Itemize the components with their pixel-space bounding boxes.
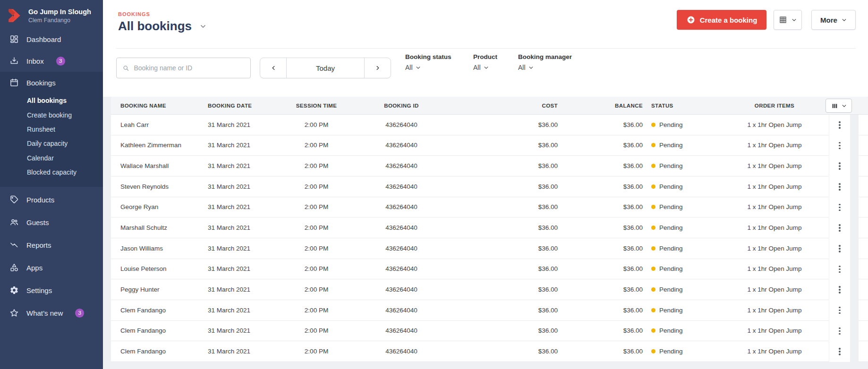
sidebar-item-dashboard[interactable]: Dashboard bbox=[0, 28, 103, 50]
cell-status: Pending bbox=[644, 162, 720, 169]
columns-icon bbox=[831, 102, 838, 109]
sidebar-item-guests[interactable]: Guests bbox=[0, 211, 103, 234]
sidebar-subitem-all-bookings[interactable]: All bookings bbox=[0, 93, 103, 108]
booking-manager-filter[interactable]: All bbox=[518, 64, 572, 71]
sidebar-item-settings[interactable]: Settings bbox=[0, 279, 103, 302]
cell-order-items: 1 x 1hr Open Jump bbox=[720, 121, 829, 128]
cell-booking-date: 31 March 2021 bbox=[208, 224, 288, 231]
brand[interactable]: Go Jump In Slough Clem Fandango bbox=[0, 0, 103, 28]
cell-status: Pending bbox=[644, 142, 720, 149]
row-actions-kebab-icon[interactable] bbox=[836, 201, 843, 214]
sidebar-item-label: Dashboard bbox=[26, 35, 61, 43]
row-actions-kebab-icon[interactable] bbox=[836, 159, 843, 173]
cell-order-items: 1 x 1hr Open Jump bbox=[720, 183, 829, 190]
sidebar-item-apps[interactable]: Apps bbox=[0, 256, 103, 279]
apps-icon bbox=[9, 263, 19, 272]
cell-booking-date: 31 March 2021 bbox=[208, 203, 288, 210]
sidebar-item-products[interactable]: Products bbox=[0, 188, 103, 211]
table-row[interactable]: Marshall Schultz 31 March 2021 2:00 PM 4… bbox=[111, 218, 850, 238]
table-row[interactable]: Peggy Hunter 31 March 2021 2:00 PM 43626… bbox=[111, 279, 850, 300]
create-booking-button[interactable]: Create a booking bbox=[677, 10, 766, 30]
table-row[interactable]: Jason Williams 31 March 2021 2:00 PM 436… bbox=[111, 238, 850, 259]
whats-new-badge: 3 bbox=[75, 309, 84, 318]
cell-cost: $36.00 bbox=[458, 121, 559, 128]
view-grid-button[interactable] bbox=[774, 10, 802, 30]
sidebar-item-reports[interactable]: Reports bbox=[0, 234, 103, 256]
next-day-button[interactable] bbox=[364, 58, 391, 78]
table-row[interactable]: Louise Peterson 31 March 2021 2:00 PM 43… bbox=[111, 259, 850, 280]
row-actions-kebab-icon[interactable] bbox=[836, 180, 843, 193]
inbox-icon bbox=[9, 56, 19, 66]
sidebar-item-inbox[interactable]: Inbox 3 bbox=[0, 50, 103, 72]
cell-session-time: 2:00 PM bbox=[288, 183, 345, 190]
product-filter-label: Product bbox=[473, 53, 497, 60]
search-input[interactable] bbox=[134, 64, 245, 72]
table-row[interactable]: Clem Fandango 31 March 2021 2:00 PM 4362… bbox=[111, 321, 850, 342]
booking-status-filter[interactable]: All bbox=[405, 64, 451, 71]
cell-booking-date: 31 March 2021 bbox=[208, 183, 288, 190]
cell-booking-date: 31 March 2021 bbox=[208, 121, 288, 128]
more-label: More bbox=[820, 16, 837, 24]
cell-balance: $36.00 bbox=[559, 348, 644, 355]
cell-status: Pending bbox=[644, 183, 720, 190]
plus-circle-icon bbox=[686, 15, 696, 25]
table-row[interactable]: Clem Fandango 31 March 2021 2:00 PM 4362… bbox=[111, 341, 850, 362]
chevron-down-icon bbox=[528, 65, 534, 70]
status-badge: Pending bbox=[659, 203, 683, 210]
sidebar-subitem-blocked-capacity[interactable]: Blocked capacity bbox=[0, 165, 103, 179]
table-row[interactable]: Wallace Marshall 31 March 2021 2:00 PM 4… bbox=[111, 156, 850, 176]
status-badge: Pending bbox=[659, 327, 683, 334]
cell-order-items: 1 x 1hr Open Jump bbox=[720, 348, 829, 355]
cell-balance: $36.00 bbox=[559, 121, 644, 128]
sidebar-subitem-calendar[interactable]: Calendar bbox=[0, 151, 103, 165]
sidebar-item-label: Apps bbox=[26, 264, 43, 272]
dashboard-icon bbox=[9, 34, 19, 44]
star-icon bbox=[9, 308, 19, 318]
sidebar-item-label: Guests bbox=[26, 218, 49, 226]
prev-day-button[interactable] bbox=[260, 58, 287, 78]
sidebar-item-label: Settings bbox=[26, 286, 52, 294]
row-actions-kebab-icon[interactable] bbox=[836, 221, 843, 235]
cell-balance: $36.00 bbox=[559, 286, 644, 293]
cell-booking-id: 436264040 bbox=[345, 286, 458, 293]
sidebar-subitem-daily-capacity[interactable]: Daily capacity bbox=[0, 136, 103, 151]
more-button[interactable]: More bbox=[811, 10, 856, 30]
product-filter[interactable]: All bbox=[473, 64, 497, 71]
cell-balance: $36.00 bbox=[559, 224, 644, 231]
row-actions-kebab-icon[interactable] bbox=[836, 345, 843, 358]
sidebar-subitem-create-booking[interactable]: Create booking bbox=[0, 108, 103, 122]
column-header-cost: Cost bbox=[458, 103, 559, 109]
title-chevron-down-icon[interactable] bbox=[199, 23, 207, 30]
status-dot bbox=[651, 267, 655, 271]
table-row[interactable]: Clem Fandango 31 March 2021 2:00 PM 4362… bbox=[111, 300, 850, 321]
table-row[interactable]: Kathleen Zimmerman 31 March 2021 2:00 PM… bbox=[111, 135, 850, 156]
row-actions-kebab-icon[interactable] bbox=[836, 304, 843, 317]
table-row[interactable]: Steven Reynolds 31 March 2021 2:00 PM 43… bbox=[111, 176, 850, 197]
cell-booking-id: 436264040 bbox=[345, 162, 458, 169]
cell-status: Pending bbox=[644, 203, 720, 210]
row-actions-kebab-icon[interactable] bbox=[836, 242, 843, 255]
chevron-down-icon bbox=[484, 65, 489, 70]
today-button[interactable]: Today bbox=[287, 58, 364, 78]
row-actions-kebab-icon[interactable] bbox=[836, 325, 843, 338]
cell-session-time: 2:00 PM bbox=[288, 121, 345, 128]
table-row[interactable]: George Ryan 31 March 2021 2:00 PM 436264… bbox=[111, 197, 850, 218]
sidebar-item-whats-new[interactable]: What’s new 3 bbox=[0, 302, 103, 324]
chevron-left-icon bbox=[271, 65, 276, 71]
cell-session-time: 2:00 PM bbox=[288, 162, 345, 169]
status-dot bbox=[651, 205, 655, 209]
row-actions-kebab-icon[interactable] bbox=[836, 118, 843, 132]
row-actions-kebab-icon[interactable] bbox=[836, 263, 843, 276]
sidebar-subitem-runsheet[interactable]: Runsheet bbox=[0, 122, 103, 136]
row-actions-kebab-icon[interactable] bbox=[836, 139, 843, 152]
inbox-badge: 3 bbox=[56, 57, 65, 66]
table-row[interactable]: Leah Carr 31 March 2021 2:00 PM 43626404… bbox=[111, 115, 850, 135]
sidebar-item-bookings[interactable]: Bookings bbox=[0, 72, 103, 93]
cell-cost: $36.00 bbox=[458, 307, 559, 314]
row-actions-kebab-icon[interactable] bbox=[836, 283, 843, 296]
column-settings-button[interactable] bbox=[825, 99, 852, 113]
cell-session-time: 2:00 PM bbox=[288, 307, 345, 314]
column-header-booking-date: Booking date bbox=[208, 103, 288, 109]
sidebar: Go Jump In Slough Clem Fandango Dashboar… bbox=[0, 0, 103, 369]
cell-order-items: 1 x 1hr Open Jump bbox=[720, 286, 829, 293]
